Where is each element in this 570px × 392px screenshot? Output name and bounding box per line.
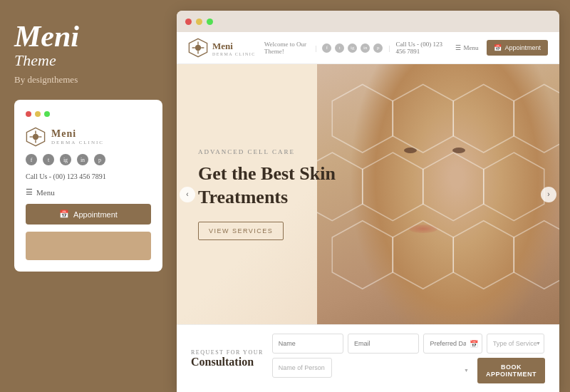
slider-prev-button[interactable]: ‹ [180, 187, 195, 202]
hamburger-nav-icon: ☰ [455, 44, 461, 51]
twitter-icon[interactable]: t [43, 154, 54, 165]
person-select-wrap: Name of Person [272, 358, 473, 383]
left-panel: Meni Theme By designthemes Meni DERMA CL… [0, 0, 177, 392]
pinterest-icon[interactable]: p [94, 154, 105, 165]
date-input[interactable] [423, 334, 482, 354]
book-btn-line1: BOOK [501, 363, 522, 371]
person-select[interactable]: Name of Person [272, 358, 332, 378]
mobile-bottom-preview [26, 232, 151, 260]
nav-instagram-icon[interactable]: ig [348, 43, 357, 53]
mobile-appt-label: Appointment [73, 210, 118, 219]
consultation-title: Consultation [191, 356, 264, 368]
calendar-icon: 📅 [59, 210, 69, 219]
separator-1: | [315, 43, 316, 52]
desktop-appt-label: Appointment [504, 44, 541, 51]
mobile-appointment-button[interactable]: 📅 Appointment [26, 204, 151, 225]
email-input[interactable] [348, 334, 419, 354]
svg-marker-14 [453, 84, 514, 153]
svg-marker-19 [484, 153, 544, 221]
hero-content: ADVANCED CELL CARE Get the Best Skin Tre… [198, 148, 383, 240]
book-appointment-button[interactable]: BOOK APPOINTMENT [477, 358, 545, 383]
mobile-brand: Meni [51, 128, 104, 140]
slider-next-button[interactable]: › [541, 187, 556, 202]
brand-name: Meni [14, 21, 162, 51]
hamburger-icon: ☰ [26, 187, 33, 197]
desktop-brand: Meni [212, 41, 233, 51]
dot-green [44, 111, 50, 117]
separator-2: | [388, 43, 390, 52]
theme-label: Theme [14, 51, 162, 70]
svg-marker-18 [423, 153, 484, 221]
facebook-icon[interactable]: f [26, 154, 37, 165]
svg-marker-13 [393, 84, 453, 153]
nav-call: Call Us - (00) 123 456 7891 [396, 41, 447, 55]
logo-icon [26, 127, 46, 147]
name-input[interactable] [272, 334, 343, 354]
nav-linkedin-icon[interactable]: in [361, 43, 370, 53]
dot-red [26, 111, 31, 117]
desktop-brand-sub: DERMA CLINIC [212, 52, 256, 56]
mobile-logo-text: Meni DERMA CLINIC [51, 128, 104, 145]
desktop-logo-text: Meni DERMA CLINIC [212, 39, 256, 56]
book-btn-line2: APPOINTMENT [486, 371, 537, 378]
mobile-brand-sub: DERMA CLINIC [51, 140, 104, 145]
svg-point-7 [195, 45, 201, 51]
mobile-menu[interactable]: ☰ Menu [26, 187, 151, 197]
svg-marker-15 [514, 84, 559, 153]
browser-dot-red [185, 19, 192, 25]
nav-menu-label: Menu [463, 44, 478, 51]
consultation-tag: REQUEST FOR YOUR [191, 349, 264, 356]
desktop-appointment-button[interactable]: 📅 Appointment [487, 40, 548, 56]
mobile-social-links: f t ig in p [26, 154, 151, 165]
date-input-wrap [423, 334, 482, 354]
hero-section: ‹ ADVANCED CELL CARE Get the Best Skin T… [177, 64, 559, 324]
svg-marker-12 [332, 84, 393, 153]
svg-marker-23 [514, 221, 559, 289]
nav-twitter-icon[interactable]: t [335, 43, 344, 53]
consultation-bar: REQUEST FOR YOUR Consultation Type of Se… [177, 324, 559, 392]
mobile-call: Call Us - (00) 123 456 7891 [26, 172, 151, 180]
desktop-logo: Meni DERMA CLINIC [188, 38, 256, 58]
desktop-logo-icon [188, 38, 208, 58]
theme-title: Meni Theme By designthemes [14, 21, 162, 86]
browser-bar [177, 11, 559, 32]
by-author: By designthemes [14, 74, 162, 86]
service-select[interactable]: Type of Service [487, 334, 544, 354]
linkedin-icon[interactable]: in [77, 154, 88, 165]
desktop-navbar: Meni DERMA CLINIC Welcome to Our Theme! … [177, 32, 559, 64]
browser-dot-green [207, 19, 213, 25]
svg-marker-21 [393, 221, 453, 289]
nav-center: Welcome to Our Theme! | f t ig in p | Ca… [264, 41, 447, 55]
instagram-icon[interactable]: ig [60, 154, 71, 165]
nav-social-links: f t ig in p [322, 43, 383, 53]
browser-window: Meni DERMA CLINIC Welcome to Our Theme! … [177, 11, 559, 392]
svg-marker-22 [453, 221, 514, 289]
svg-point-1 [33, 134, 38, 140]
consultation-form: Type of Service Name of Person BOOK APPO… [272, 334, 545, 383]
hero-title: Get the Best Skin Treatments [198, 163, 383, 209]
view-services-button[interactable]: VIEW SERVICES [198, 222, 284, 240]
service-select-wrap: Type of Service [487, 334, 545, 354]
mobile-mockup-card: Meni DERMA CLINIC f t ig in p Call Us - … [14, 100, 162, 272]
browser-dot-yellow [196, 19, 202, 25]
appt-calendar-icon: 📅 [494, 44, 502, 51]
nav-pinterest-icon[interactable]: p [373, 43, 383, 53]
dot-yellow [35, 111, 41, 117]
mobile-menu-label: Menu [36, 188, 55, 197]
hero-tag: ADVANCED CELL CARE [198, 148, 383, 155]
mobile-window-dots [26, 111, 151, 117]
consultation-text: REQUEST FOR YOUR Consultation [191, 349, 264, 368]
nav-facebook-icon[interactable]: f [322, 43, 331, 53]
mobile-logo: Meni DERMA CLINIC [26, 127, 151, 147]
welcome-text: Welcome to Our Theme! [264, 41, 309, 55]
nav-menu[interactable]: ☰ Menu [455, 44, 478, 51]
